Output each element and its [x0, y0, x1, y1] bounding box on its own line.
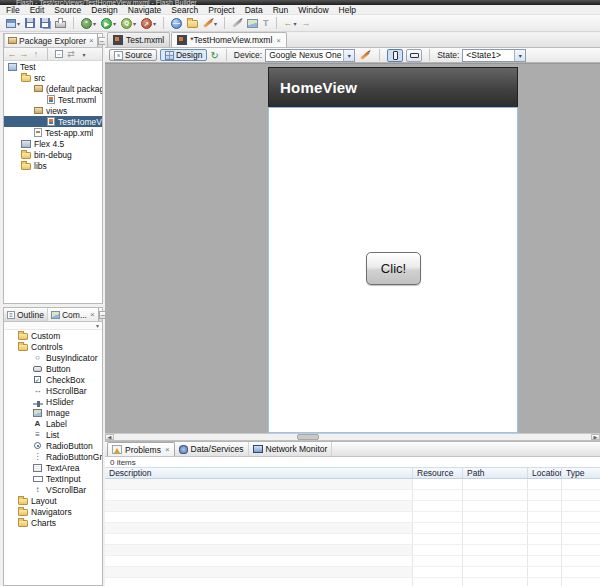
tree-item-src[interactable]: src [4, 72, 102, 83]
insert-image-button[interactable] [245, 16, 260, 31]
save-all-button[interactable] [38, 16, 52, 31]
tree-item-radiobutton[interactable]: RadioButton [4, 440, 102, 451]
state-label: State: [437, 50, 459, 60]
column-path[interactable]: Path [463, 468, 528, 478]
tree-item-navigators[interactable]: Navigators [4, 506, 102, 517]
column-location[interactable]: Location [528, 468, 562, 478]
scroll-left-button[interactable]: ◀ [105, 434, 114, 440]
menu-search[interactable]: Search [166, 5, 203, 15]
marker-icon [203, 19, 213, 28]
tab-test-mxml[interactable]: Test.mxml [107, 32, 170, 47]
open-folder-button[interactable] [185, 16, 200, 31]
link-with-editor-button[interactable]: ⇄ [66, 49, 76, 60]
view-menu-button[interactable]: ▾ [96, 322, 99, 329]
close-icon[interactable]: × [89, 36, 94, 45]
folder-icon [18, 498, 28, 505]
new-button[interactable]: ▾ [4, 16, 22, 31]
tree-item-bin-debug[interactable]: bin-debug [4, 149, 102, 160]
view-content-area[interactable]: Clic! [268, 107, 518, 433]
tree-item-default-package[interactable]: (default package) [4, 83, 102, 94]
mark-occurrences-button[interactable]: ▾ [201, 16, 219, 31]
tab-data-services[interactable]: Data/Services [175, 442, 249, 456]
tree-item-custom[interactable]: Custom [4, 330, 102, 341]
device-select[interactable]: Google Nexus One ▾ [265, 49, 355, 62]
edit-device-button[interactable] [358, 48, 372, 63]
tree-item-project[interactable]: Test [4, 61, 102, 72]
debug-button[interactable]: *▾ [79, 16, 98, 31]
refresh-button[interactable]: ↻ [210, 50, 218, 61]
design-view-button[interactable]: Design [160, 49, 207, 61]
close-icon[interactable]: × [165, 445, 170, 454]
column-description[interactable]: Description [105, 468, 413, 478]
tree-item-hslider[interactable]: HSlider [4, 396, 102, 407]
tab-package-explorer[interactable]: Package Explorer × [4, 34, 98, 47]
action-bar[interactable]: HomeView [268, 67, 518, 107]
view-menu-button[interactable]: ▾ [79, 49, 89, 60]
design-canvas[interactable]: HomeView Clic! [105, 63, 600, 433]
menu-navigate[interactable]: Navigate [123, 5, 167, 15]
profile-button[interactable]: Q▾ [119, 16, 138, 31]
print-button[interactable] [53, 16, 68, 31]
tree-item-textarea[interactable]: TextArea [4, 462, 102, 473]
tree-item-radiobuttongroup[interactable]: ⋮RadioButtonGroup [4, 451, 102, 462]
insert-text-button[interactable]: T [261, 16, 271, 31]
hscrollbar-icon: ↔ [32, 386, 43, 396]
export-release-button[interactable]: ↗▾ [139, 16, 158, 31]
pen-tool-button[interactable] [230, 16, 244, 31]
scroll-right-button[interactable]: ▶ [591, 434, 600, 440]
menu-design[interactable]: Design [86, 5, 122, 15]
tab-network-monitor[interactable]: Network Monitor [249, 442, 333, 456]
tab-outline[interactable]: ≡ Outline [4, 308, 47, 321]
source-view-button[interactable]: s Source [109, 49, 157, 61]
menu-project[interactable]: Project [203, 5, 239, 15]
menu-run[interactable]: Run [268, 5, 294, 15]
tab-testhomeview-mxml[interactable]: *TestHomeView.mxml × [171, 32, 287, 47]
tree-item-textinput[interactable]: TextInput [4, 473, 102, 484]
tree-item-charts[interactable]: Charts [4, 517, 102, 528]
menu-window[interactable]: Window [293, 5, 333, 15]
back-button[interactable]: ← [7, 49, 17, 60]
scrollbar-thumb[interactable] [297, 434, 319, 440]
collapse-all-button[interactable]: – [54, 49, 64, 60]
tree-item-test-mxml[interactable]: Test.mxml [4, 94, 102, 105]
open-browser-button[interactable] [169, 16, 184, 31]
column-resource[interactable]: Resource [413, 468, 463, 478]
tree-item-hscrollbar[interactable]: ↔HScrollBar [4, 385, 102, 396]
state-select[interactable]: <State1> ▾ [462, 49, 526, 62]
close-icon[interactable]: × [90, 310, 95, 319]
clic-button[interactable]: Clic! [366, 252, 421, 285]
tree-item-layout[interactable]: Layout [4, 495, 102, 506]
tree-item-list[interactable]: ≡List [4, 429, 102, 440]
menu-file[interactable]: File [1, 5, 25, 15]
landscape-orientation-button[interactable] [406, 49, 422, 62]
column-type[interactable]: Type [562, 468, 600, 478]
tree-item-libs[interactable]: libs [4, 160, 102, 171]
tree-item-views[interactable]: views [4, 105, 102, 116]
tree-item-button[interactable]: Button [4, 363, 102, 374]
menu-help[interactable]: Help [334, 5, 361, 15]
tree-item-controls[interactable]: Controls [4, 341, 102, 352]
last-edit-location-button[interactable]: ←▾ [282, 16, 299, 31]
tree-item-test-app-xml[interactable]: Test-app.xml [4, 127, 102, 138]
menu-edit[interactable]: Edit [25, 5, 50, 15]
tab-problems[interactable]: Problems × [107, 442, 175, 456]
tree-item-image[interactable]: Image [4, 407, 102, 418]
tree-item-vscrollbar[interactable]: ↕VScrollBar [4, 484, 102, 495]
portrait-orientation-button[interactable] [387, 49, 403, 62]
tree-item-busyindicator[interactable]: ○BusyIndicator [4, 352, 102, 363]
menu-source[interactable]: Source [49, 5, 86, 15]
save-button[interactable] [23, 16, 37, 31]
run-button[interactable]: ▶▾ [99, 16, 118, 31]
close-icon[interactable]: × [276, 36, 281, 45]
horizontal-scrollbar[interactable]: ◀ ▶ [105, 433, 600, 441]
mxml-file-icon [47, 95, 55, 104]
forward-button[interactable]: → [19, 49, 29, 60]
tree-item-testhomeview-mxml[interactable]: TestHomeView.m [4, 116, 102, 127]
up-button[interactable]: ↑ [31, 49, 41, 60]
menu-data[interactable]: Data [240, 5, 268, 15]
forward-history-button[interactable]: → [300, 16, 313, 31]
tab-components[interactable]: Com... × [47, 308, 99, 321]
tree-item-label[interactable]: ALabel [4, 418, 102, 429]
tree-item-flex-sdk[interactable]: Flex 4.5 [4, 138, 102, 149]
tree-item-checkbox[interactable]: ✓CheckBox [4, 374, 102, 385]
